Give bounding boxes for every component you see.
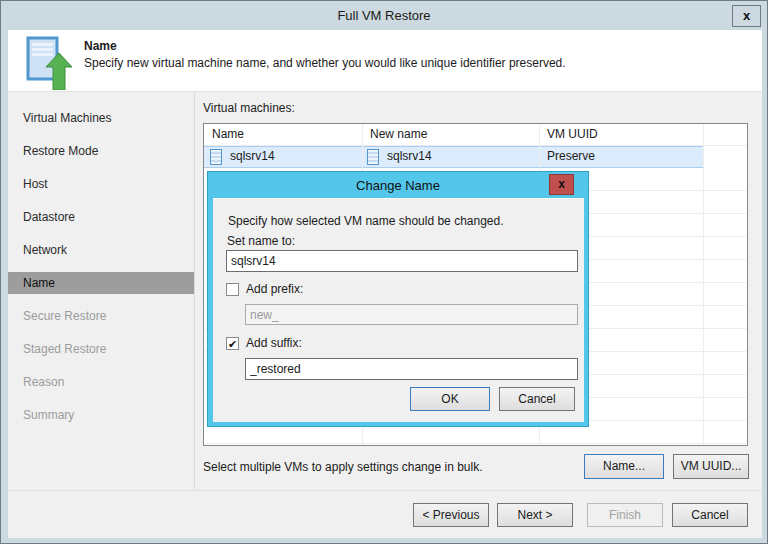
vm-icon	[367, 149, 379, 165]
vm-uuid-button[interactable]: VM UUID...	[673, 454, 749, 479]
add-prefix-label[interactable]: Add prefix:	[246, 282, 303, 296]
restore-vm-icon	[26, 36, 72, 90]
window-title: Full VM Restore	[337, 8, 430, 23]
dialog-content: Specify how selected VM name should be c…	[213, 198, 584, 422]
step-description: Specify new virtual machine name, and wh…	[84, 56, 566, 70]
prefix-input	[245, 304, 578, 325]
vm-icon	[210, 149, 222, 165]
dialog-cancel-button[interactable]: Cancel	[499, 387, 575, 411]
add-suffix-label[interactable]: Add suffix:	[246, 336, 302, 350]
bulk-hint-text: Select multiple VMs to apply settings ch…	[203, 460, 482, 474]
column-separator	[703, 124, 704, 445]
dialog-titlebar: Change Name	[208, 172, 588, 198]
cancel-button[interactable]: Cancel	[672, 503, 748, 527]
footer-divider	[8, 490, 762, 491]
next-button[interactable]: Next >	[497, 503, 573, 527]
table-header-row: Name New name VM UUID	[204, 124, 747, 146]
previous-button[interactable]: < Previous	[413, 503, 489, 527]
suffix-input[interactable]	[245, 358, 578, 380]
finish-button: Finish	[587, 503, 663, 527]
close-icon: x	[558, 177, 565, 191]
dialog-instruction: Specify how selected VM name should be c…	[228, 214, 504, 228]
sidebar-item-staged-restore[interactable]: Staged Restore	[8, 338, 194, 360]
window-titlebar: Full VM Restore	[1, 1, 767, 30]
full-vm-restore-window: Full VM Restore x Name Specify new virtu…	[0, 0, 768, 544]
column-header-vm-uuid[interactable]: VM UUID	[547, 127, 598, 141]
column-header-name[interactable]: Name	[212, 127, 244, 141]
sidebar-item-reason[interactable]: Reason	[8, 371, 194, 393]
close-icon: x	[743, 8, 750, 23]
add-prefix-checkbox[interactable]	[226, 283, 239, 296]
sidebar-item-host[interactable]: Host	[8, 173, 194, 195]
wizard-header: Name Specify new virtual machine name, a…	[8, 30, 762, 92]
sidebar-item-virtual-machines[interactable]: Virtual Machines	[8, 107, 194, 129]
dialog-title: Change Name	[356, 178, 440, 193]
set-name-label: Set name to:	[227, 234, 295, 248]
vm-list-label: Virtual machines:	[203, 101, 295, 115]
sidebar-item-summary[interactable]: Summary	[8, 404, 194, 426]
checkmark-icon: ✔	[228, 338, 237, 350]
set-name-input[interactable]	[226, 250, 578, 272]
sidebar-item-secure-restore[interactable]: Secure Restore	[8, 305, 194, 327]
sidebar-divider	[194, 92, 195, 490]
window-close-button[interactable]: x	[732, 5, 761, 27]
sidebar-item-name[interactable]: Name	[8, 272, 194, 294]
cell-vm-uuid: Preserve	[547, 149, 595, 163]
ok-button[interactable]: OK	[410, 387, 490, 411]
change-name-dialog: Change Name x Specify how selected VM na…	[207, 171, 589, 427]
cell-vm-name: sqlsrv14	[230, 149, 275, 163]
dialog-close-button[interactable]: x	[549, 174, 574, 195]
column-header-new-name[interactable]: New name	[370, 127, 427, 141]
cell-vm-new-name: sqlsrv14	[387, 149, 432, 163]
step-title: Name	[84, 39, 117, 53]
name-button[interactable]: Name...	[584, 454, 664, 479]
table-row-selected[interactable]	[204, 146, 704, 168]
add-suffix-checkbox[interactable]: ✔	[226, 337, 239, 350]
sidebar-item-restore-mode[interactable]: Restore Mode	[8, 140, 194, 162]
sidebar-item-network[interactable]: Network	[8, 239, 194, 261]
sidebar-item-datastore[interactable]: Datastore	[8, 206, 194, 228]
